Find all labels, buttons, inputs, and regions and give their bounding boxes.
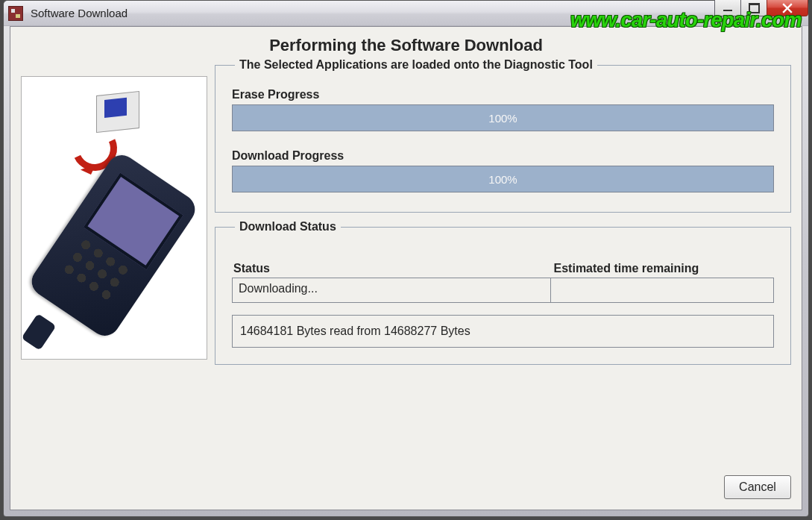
close-button[interactable] [767, 0, 808, 16]
erase-progress-label: Erase Progress [232, 88, 774, 101]
cancel-button[interactable]: Cancel [724, 475, 791, 499]
cord-icon [21, 313, 56, 351]
download-progress-bar: 100% [232, 166, 774, 192]
app-icon [8, 6, 23, 21]
status-groupbox: Download Status Status Estimated time re… [215, 220, 791, 365]
time-cell [551, 278, 773, 302]
download-progress-value: 100% [488, 173, 517, 186]
time-column-header: Estimated time remaining [553, 260, 774, 277]
right-column: The Selected Applications are loaded ont… [215, 58, 791, 499]
scan-tool-icon [26, 149, 201, 341]
client-area: Performing the Software Download The Sel… [10, 26, 802, 510]
erase-progress-bar: 100% [232, 104, 774, 131]
close-icon [782, 3, 793, 13]
applications-legend: The Selected Applications are loaded ont… [235, 58, 597, 72]
status-cell: Downloading... [233, 278, 551, 302]
floppy-icon [96, 91, 139, 133]
status-legend: Download Status [235, 220, 341, 234]
erase-progress-value: 100% [488, 112, 517, 125]
body-row: The Selected Applications are loaded ont… [21, 58, 791, 499]
maximize-button[interactable] [740, 0, 767, 16]
status-table-header: Status Estimated time remaining [232, 260, 774, 278]
window-title: Software Download [31, 7, 128, 19]
window-controls [715, 0, 808, 16]
status-table-row: Downloading... [232, 278, 774, 303]
window-frame: Software Download Performing the Softwar… [3, 0, 809, 517]
status-column-header: Status [232, 260, 553, 277]
page-title: Performing the Software Download [21, 36, 791, 55]
minimize-button[interactable] [714, 0, 741, 16]
button-bar: Cancel [215, 468, 791, 499]
applications-groupbox: The Selected Applications are loaded ont… [215, 58, 791, 213]
bytes-status: 14684181 Bytes read from 14688277 Bytes [232, 315, 774, 348]
device-illustration [21, 76, 207, 360]
download-progress-label: Download Progress [232, 149, 774, 163]
titlebar[interactable]: Software Download [4, 1, 808, 26]
